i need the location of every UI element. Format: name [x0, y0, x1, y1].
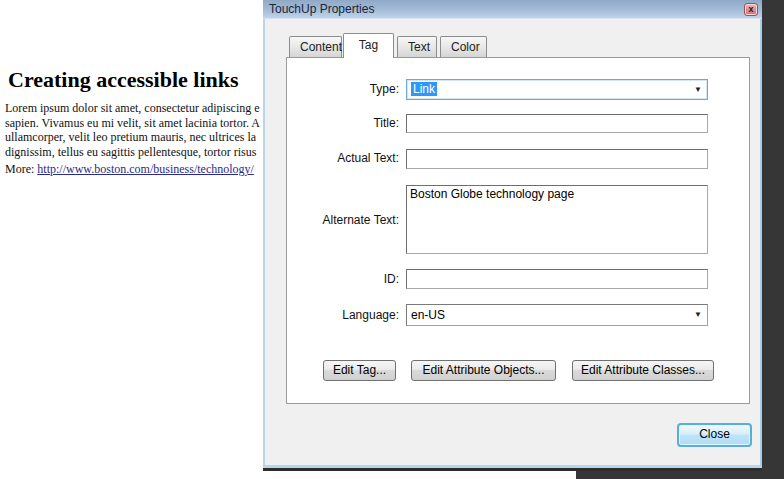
type-combobox[interactable]: Link ▼ [406, 79, 708, 100]
type-label: Type: [287, 82, 399, 96]
actual-text-input[interactable] [406, 149, 708, 169]
title-label: Title: [287, 116, 399, 130]
type-value: Link [411, 82, 437, 96]
id-label: ID: [287, 272, 399, 286]
dialog-titlebar[interactable]: TouchUp Properties x [263, 0, 762, 19]
touchup-properties-dialog: TouchUp Properties x Content Tag Text Co… [263, 0, 762, 468]
document-heading: Creating accessible links [8, 67, 239, 93]
document-more-line: More: http://www.boston.com/business/tec… [5, 162, 254, 177]
edit-tag-button[interactable]: Edit Tag... [323, 360, 396, 381]
tab-text[interactable]: Text [397, 36, 437, 57]
tab-tag[interactable]: Tag [343, 33, 394, 58]
chevron-down-icon[interactable]: ▼ [694, 305, 702, 325]
edit-attribute-objects-button[interactable]: Edit Attribute Objects... [411, 360, 556, 381]
language-value: en-US [411, 308, 445, 322]
document-hyperlink[interactable]: http://www.boston.com/business/technolog… [37, 162, 254, 176]
more-label: More: [5, 162, 37, 176]
chevron-down-icon[interactable]: ▼ [694, 80, 702, 99]
language-combobox[interactable]: en-US ▼ [406, 304, 708, 326]
alternate-text-label: Alternate Text: [287, 213, 399, 227]
language-label: Language: [287, 308, 399, 322]
alternate-text-textarea[interactable]: Boston Globe technology page [406, 185, 708, 254]
actual-text-label: Actual Text: [287, 151, 399, 165]
id-input[interactable] [406, 269, 708, 289]
edit-attribute-classes-button[interactable]: Edit Attribute Classes... [572, 360, 714, 381]
title-input[interactable] [406, 114, 708, 133]
close-button[interactable]: Close [677, 423, 752, 447]
tab-color[interactable]: Color [440, 36, 487, 57]
tab-content[interactable]: Content [289, 36, 342, 57]
dialog-title: TouchUp Properties [269, 2, 374, 16]
close-icon[interactable]: x [744, 3, 758, 16]
tag-tab-panel: Type: Link ▼ Title: Actual Text: Alterna… [286, 57, 750, 404]
